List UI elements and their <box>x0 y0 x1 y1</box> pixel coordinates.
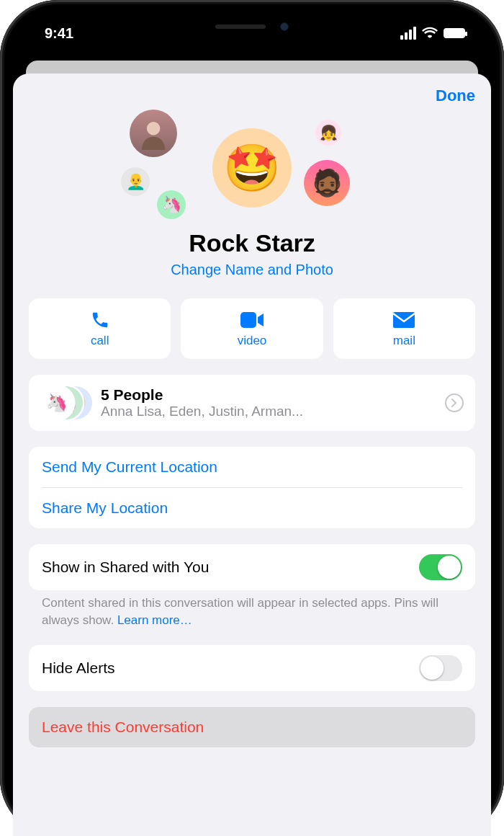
svg-rect-2 <box>393 312 415 328</box>
leave-conversation-label: Leave this Conversation <box>42 719 462 736</box>
mail-icon <box>393 309 415 331</box>
people-count: 5 People <box>101 386 435 404</box>
member-avatar-photo <box>130 110 177 157</box>
svg-point-0 <box>147 122 160 135</box>
member-avatar-memoji-glasses: 👨‍🦲 <box>121 167 150 196</box>
done-button[interactable]: Done <box>436 86 475 105</box>
learn-more-link[interactable]: Learn more… <box>117 613 192 627</box>
call-label: call <box>91 334 109 348</box>
video-icon <box>240 309 264 331</box>
member-avatar-memoji-unicorn: 🦄 <box>157 190 186 219</box>
change-name-photo-link[interactable]: Change Name and Photo <box>29 262 475 278</box>
video-button[interactable]: video <box>181 298 323 359</box>
shared-with-you-toggle[interactable] <box>419 554 462 580</box>
group-main-avatar: 🤩 <box>212 128 292 208</box>
group-avatar-cluster[interactable]: 👨‍🦲 🦄 🤩 👧 🧔🏾 <box>29 110 475 225</box>
call-button[interactable]: call <box>29 298 171 359</box>
wifi-icon <box>422 25 438 42</box>
hide-alerts-label: Hide Alerts <box>42 659 115 677</box>
status-time: 9:41 <box>45 25 73 42</box>
chevron-right-icon <box>445 393 464 412</box>
member-avatar-memoji-pink: 👧 <box>315 120 341 146</box>
send-current-location-button[interactable]: Send My Current Location <box>29 447 475 487</box>
people-card[interactable]: 🌙 🦄 🦄 5 People Anna Lisa, Eden, Justin, … <box>29 375 475 431</box>
svg-rect-1 <box>240 312 256 328</box>
shared-with-you-label: Show in Shared with You <box>42 559 209 576</box>
leave-conversation-button[interactable]: Leave this Conversation <box>29 707 475 747</box>
mail-button[interactable]: mail <box>333 298 475 359</box>
people-names: Anna Lisa, Eden, Justin, Arman... <box>101 404 435 419</box>
phone-icon <box>91 309 109 331</box>
video-label: video <box>238 334 267 348</box>
cellular-signal-icon <box>400 27 416 40</box>
share-my-location-button[interactable]: Share My Location <box>29 488 475 528</box>
hide-alerts-toggle[interactable] <box>419 655 462 681</box>
member-avatar-memoji-beard: 🧔🏾 <box>304 160 350 206</box>
battery-icon <box>444 28 465 38</box>
people-avatars-stack: 🌙 🦄 🦄 <box>40 385 91 421</box>
details-sheet: Done 👨‍🦲 🦄 🤩 👧 🧔🏾 Rock Starz Change Name… <box>13 74 491 836</box>
group-name: Rock Starz <box>29 229 475 257</box>
mail-label: mail <box>393 334 415 348</box>
shared-with-you-footnote: Content shared in this conversation will… <box>29 590 475 629</box>
